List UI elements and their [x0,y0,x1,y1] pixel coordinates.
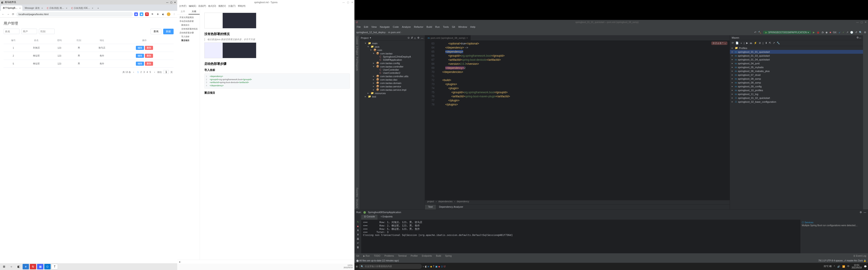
add-icon[interactable]: + [741,42,742,44]
query-button[interactable]: 查询 [151,29,161,34]
extension-icon[interactable]: ⧉ [151,12,154,16]
app-icon[interactable]: ◆ [438,265,440,268]
editor-content[interactable]: 没有热部署的情况 每次更改java 数据需要重启服务器，非常不方便 启动热部署步… [200,9,354,260]
browser-tab[interactable]: 基于SpringB…× [1,5,22,11]
settings-icon[interactable]: ⚙ [417,36,420,39]
ime-icon[interactable]: 中 [847,265,849,268]
tab-project[interactable]: 1:Project [356,46,358,55]
settings-icon[interactable]: ⚙ [857,36,859,39]
pager-page[interactable]: 4 [147,71,148,73]
close-icon[interactable]: × [466,37,468,39]
tree-item[interactable]: ▸📦com.taotao.controller.utils [360,74,425,78]
settings-icon[interactable]: ⚙ [864,31,866,34]
toggle-icon[interactable]: ⊘ [759,41,761,44]
user-input[interactable] [21,29,37,34]
clock-time[interactable]: 13:51 [852,264,862,266]
weather-widget[interactable]: 31°C 晴 [824,265,832,268]
tree-item[interactable]: ▸📦com.taotao.service.impl [360,88,425,92]
cortana-icon[interactable]: ○ [423,265,424,268]
extension-icon[interactable]: ▣ [140,12,143,16]
tree-item[interactable]: ▸📁resources [360,92,425,95]
maven-module[interactable]: ▸⚠springboot_02_base_configuration [730,100,863,104]
extension-icon[interactable]: ▦ [134,12,138,16]
tool-tab[interactable]: ▶ Run [363,255,370,257]
minimize-icon[interactable]: — [166,1,168,4]
menu-item[interactable]: Git [452,26,455,28]
maven-module[interactable]: ▸⚠springboot_01_02_quickstart [730,96,863,100]
maximize-icon[interactable]: ▢ [861,21,863,24]
menu-item[interactable]: Navigate [380,26,390,28]
search-icon[interactable]: 🔍 [859,31,862,34]
maven-module[interactable]: ▸mspringboot_04_junit [730,61,863,65]
outline-item[interactable]: 重启项目 [178,39,199,42]
tool-tab[interactable]: Problems [384,255,394,257]
pager-page[interactable]: 1 [137,71,139,73]
minimize-icon[interactable]: — [856,21,859,24]
git-push-icon[interactable]: ↗ [846,31,848,34]
menu-item[interactable]: Tools [443,26,449,28]
browser-tab[interactable]: Message: 新生× [23,5,44,11]
minimize-icon[interactable]: — [342,1,345,4]
tool-tab[interactable]: Terminal [398,255,407,257]
tree-item[interactable]: CUserController2 [360,71,425,74]
tool-tab[interactable]: Build [436,255,441,257]
tree-item[interactable]: ▾📁java [360,45,425,48]
maven-module[interactable]: ▸mspringboot_07_druid [730,73,863,77]
name-input[interactable] [4,29,20,34]
tool-tab[interactable]: Profiler [411,255,418,257]
pager-page[interactable]: 2 [141,71,142,73]
generate-icon[interactable]: 📄 [736,41,739,44]
edit-button[interactable]: 编辑 [136,54,144,58]
pager-page[interactable]: 5 [150,71,151,73]
maven-module[interactable]: ▸mspringboot_05_mybatis [730,65,863,69]
rerun-icon[interactable]: ↻ [357,221,359,224]
tool-tab[interactable]: Spring [445,255,452,257]
app-icon[interactable]: 有 [30,264,36,269]
maven-module[interactable]: ▸mspringboot_08_ssmp [730,77,863,80]
start-icon[interactable]: ⊞ [1,264,7,269]
tree-item[interactable]: ▾📁main [360,41,425,45]
typora-icon[interactable]: T [52,264,58,269]
browser-tab[interactable]: C(3条消息) 黑…× [45,5,69,11]
show-icon[interactable]: ↗ [773,41,775,44]
search-input[interactable]: 🔍 在这里输入你要搜索的内容 [359,264,422,269]
menu-item[interactable]: 视图(V) [218,4,226,9]
avatar[interactable] [167,12,170,16]
app-icon[interactable]: ▣ [435,265,437,268]
menu-item[interactable]: Help [470,26,475,28]
maven-module[interactable]: ▸mspringboot_10_profiles [730,88,863,92]
tree-item[interactable]: ▸📦com.taotao.domain [360,81,425,85]
stop-icon[interactable]: ■ [830,31,831,34]
select-opened-icon[interactable]: ⊙ [408,36,410,39]
network-icon[interactable]: 📶 [842,265,845,268]
maven-module[interactable]: ▸mspringboot_08_ssmp [730,80,863,85]
tree-item[interactable]: ▾📦com.taotao.controller [360,65,425,68]
tab-structure[interactable]: Structure [356,199,358,208]
down-icon[interactable]: ⬇ [357,229,359,232]
pager-input[interactable] [163,70,169,74]
edge-icon[interactable]: e [23,264,29,269]
maximize-icon[interactable]: ▢ [347,1,349,4]
outline-item[interactable]: 手动启动热部署 [178,20,199,23]
git-update-icon[interactable]: ↙ [839,31,841,34]
event-log[interactable]: ☰ Event Log [853,255,866,257]
settings-icon[interactable]: ⚙ [860,211,862,214]
new-button[interactable]: 新建 [163,29,174,34]
menu-item[interactable]: Refactor [414,26,423,28]
tab-endpoints[interactable]: ⚕ Endpoints [378,215,395,220]
services-notification[interactable]: ⓘ Services Multiple Spring Boot run conf… [800,220,868,253]
menu-item[interactable]: 帮助(H) [238,4,246,9]
editor-tab[interactable]: mpom.xml (springboot_08_ssmp)× [425,35,471,40]
tree-item[interactable]: ▸📦com.taotao.config [360,61,425,65]
tree-item[interactable]: ▸📁test [360,95,425,98]
tray-chevron-icon[interactable]: ^ [834,265,835,268]
volume-icon[interactable]: 🔊 [837,265,840,268]
app-icon[interactable]: ◉ [430,265,432,268]
menu-item[interactable]: 文件(F) [179,4,186,9]
outline-item[interactable]: 启动热部署步骤 [178,31,199,35]
code-editor[interactable]: ① 2 ⚠ 6 ⌃ ⌄ 6364656667686970717273747576… [425,41,730,200]
tab-file[interactable]: 文件 [177,9,188,14]
search-icon[interactable]: ○ [8,264,14,269]
collapse-icon[interactable]: ⎌ [414,37,416,39]
outline-item[interactable]: 导入坐标 [178,35,199,39]
